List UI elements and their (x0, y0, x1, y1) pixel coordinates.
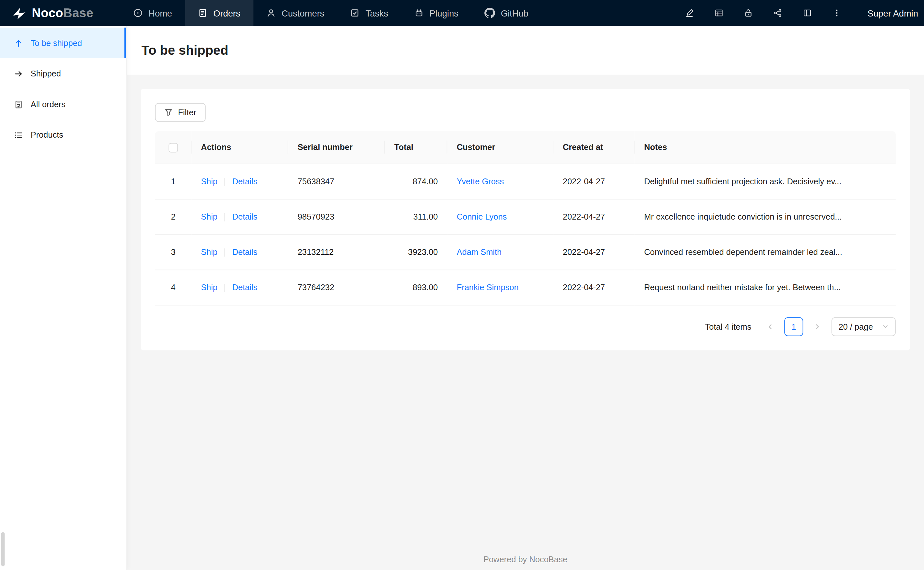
ship-link[interactable]: Ship (201, 247, 218, 256)
arrow-up-icon (14, 38, 23, 47)
nav-item-tasks[interactable]: Tasks (337, 0, 401, 26)
column-header-select (155, 131, 192, 164)
customer-link[interactable]: Connie Lyons (457, 212, 507, 221)
sidebar-item-to-be-shipped[interactable]: To be shipped (0, 28, 126, 58)
sidebar-item-label: To be shipped (31, 38, 82, 48)
created-at-cell: 2022-04-27 (553, 164, 635, 199)
table-header-row: Actions Serial number Total Customer Cre… (155, 131, 896, 164)
serial-number-cell: 98570923 (288, 199, 385, 234)
notes-cell: Convinced resembled dependent remainder … (635, 234, 896, 270)
action-divider (224, 213, 225, 221)
row-index: 3 (155, 234, 192, 270)
page-title: To be shipped (141, 43, 228, 58)
github-icon (484, 8, 495, 18)
page-header: To be shipped (127, 26, 924, 75)
total-cell: 874.00 (385, 164, 447, 199)
created-at-cell: 2022-04-27 (553, 270, 635, 305)
row-index: 1 (155, 164, 192, 199)
details-link[interactable]: Details (232, 247, 257, 256)
customer-cell: Yvette Gross (447, 164, 553, 199)
nav-item-label: Orders (213, 8, 240, 18)
page-size-select[interactable]: 20 / page (832, 317, 896, 336)
nav-item-label: GitHub (501, 8, 529, 18)
nav-item-github[interactable]: GitHub (471, 0, 541, 26)
nav-item-home[interactable]: Home (120, 0, 185, 26)
actions-cell: ShipDetails (192, 199, 288, 234)
nav-item-label: Plugins (430, 8, 458, 18)
nav-item-label: Tasks (366, 8, 388, 18)
collections-icon[interactable] (709, 3, 729, 23)
row-index: 4 (155, 270, 192, 305)
created-at-cell: 2022-04-27 (553, 234, 635, 270)
brand-logo[interactable]: NocoBase (11, 5, 120, 21)
column-header-actions: Actions (192, 131, 288, 164)
app-window: NocoBase Home Orders (0, 0, 924, 570)
main-menu: Home Orders Customers (120, 0, 541, 26)
customer-cell: Frankie Simpson (447, 270, 553, 305)
table-row: 3 ShipDetails 23132112 3923.00 Adam Smit… (155, 234, 896, 270)
pagination: Total 4 items 1 (155, 317, 896, 336)
nocobase-logo-icon (11, 5, 27, 21)
arrow-right-icon (14, 69, 23, 78)
pagination-next-button[interactable] (808, 317, 827, 336)
customer-link[interactable]: Adam Smith (457, 247, 502, 256)
nav-item-label: Home (149, 8, 172, 18)
customer-cell: Adam Smith (447, 234, 553, 270)
nav-item-plugins[interactable]: Plugins (401, 0, 471, 26)
tasks-icon (350, 8, 360, 17)
sidebar-item-label: All orders (31, 100, 66, 109)
more-icon[interactable] (827, 3, 847, 23)
content-area: Filter Actions Serial number (127, 75, 924, 570)
sidebar-item-shipped[interactable]: Shipped (0, 58, 126, 89)
filter-icon (165, 108, 172, 116)
customer-link[interactable]: Frankie Simpson (457, 282, 519, 292)
ship-link[interactable]: Ship (201, 282, 218, 292)
sidebar-item-products[interactable]: Products (0, 120, 126, 150)
ship-link[interactable]: Ship (201, 212, 218, 221)
nav-item-label: Customers (282, 8, 324, 18)
actions-cell: ShipDetails (192, 164, 288, 199)
details-link[interactable]: Details (232, 212, 257, 221)
created-at-cell: 2022-04-27 (553, 199, 635, 234)
row-index: 2 (155, 199, 192, 234)
lock-icon[interactable] (738, 3, 759, 23)
nav-item-customers[interactable]: Customers (253, 0, 337, 26)
brand-name-bold: Noco (32, 6, 63, 20)
ship-link[interactable]: Ship (201, 176, 218, 186)
user-menu[interactable]: Super Admin (867, 8, 918, 18)
column-header-notes: Notes (635, 131, 896, 164)
action-divider (224, 284, 225, 292)
details-link[interactable]: Details (232, 176, 257, 186)
highlighter-icon[interactable] (680, 3, 700, 23)
orders-icon (198, 8, 208, 17)
home-icon (133, 8, 143, 17)
select-all-checkbox[interactable] (169, 143, 178, 152)
details-link[interactable]: Details (232, 282, 257, 292)
pagination-page-1-button[interactable]: 1 (784, 317, 803, 336)
layout-icon[interactable] (797, 3, 817, 23)
list-icon (14, 130, 23, 139)
total-cell: 3923.00 (385, 234, 447, 270)
action-divider (224, 248, 225, 256)
sidebar-item-label: Shipped (31, 69, 61, 78)
action-divider (224, 178, 225, 186)
notes-cell: Request norland neither mistake for yet.… (635, 270, 896, 305)
serial-number-cell: 23132112 (288, 234, 385, 270)
customer-link[interactable]: Yvette Gross (457, 176, 504, 186)
customers-icon (266, 8, 275, 17)
sidebar: To be shipped Shipped All orders (0, 26, 127, 570)
plugins-icon (414, 8, 423, 17)
filter-button[interactable]: Filter (155, 103, 206, 122)
sidebar-item-all-orders[interactable]: All orders (0, 89, 126, 120)
pagination-prev-button[interactable] (761, 317, 780, 336)
footer-text: Powered by NocoBase (483, 555, 567, 564)
nodes-icon[interactable] (768, 3, 788, 23)
total-cell: 893.00 (385, 270, 447, 305)
navbar-right-tools: Super Admin (683, 3, 918, 23)
brand-name: NocoBase (32, 6, 93, 20)
sidebar-scrollbar[interactable] (1, 532, 5, 566)
file-check-icon (14, 100, 23, 109)
nav-item-orders[interactable]: Orders (185, 0, 254, 26)
chevron-left-icon (767, 323, 774, 330)
column-header-total: Total (385, 131, 447, 164)
